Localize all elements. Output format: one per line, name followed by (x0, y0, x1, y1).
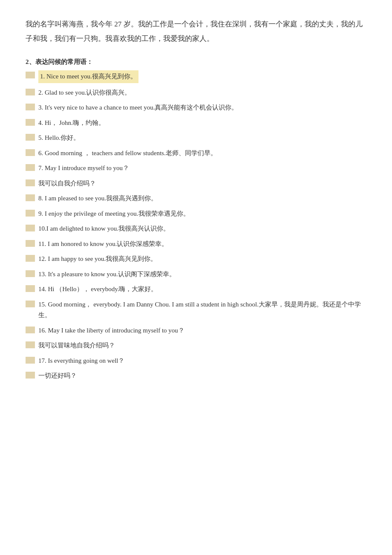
phrase-marker (26, 210, 35, 217)
phrase-marker (26, 240, 35, 247)
phrase-marker (26, 225, 35, 231)
phrase-marker (26, 89, 35, 95)
list-item: 16. May I take the liberty of introducin… (26, 325, 366, 336)
phrase-marker (26, 149, 35, 156)
phrase-text: 17. Is everything going on well？ (38, 356, 124, 367)
list-item: 8. I am pleased to see you.我很高兴遇到你。 (26, 193, 366, 204)
list-item: 14. Hi （Hello）， everybody.嗨，大家好。 (26, 284, 366, 295)
phrase-text: 14. Hi （Hello）， everybody.嗨，大家好。 (38, 284, 157, 295)
phrase-marker (26, 119, 35, 126)
phrase-text: 8. I am pleased to see you.我很高兴遇到你。 (38, 193, 157, 204)
list-item: 5. Hello.你好。 (26, 133, 366, 144)
phrase-marker (26, 270, 35, 277)
list-item: 6. Good morning ， teachers and fellow st… (26, 148, 366, 159)
phrase-text: 6. Good morning ， teachers and fellow st… (38, 148, 217, 159)
list-item: 3. It's very nice to have a chance to me… (26, 102, 366, 113)
phrase-text: 5. Hello.你好。 (38, 133, 80, 144)
list-item: 12. I am happy to see you.我很高兴见到你。 (26, 254, 366, 265)
phrase-text: 11. I am honored to know you.认识你深感荣幸。 (38, 239, 168, 250)
phrase-marker (26, 285, 35, 292)
phrase-text: 16. May I take the liberty of introducin… (38, 325, 184, 336)
phrase-text: 13. It's a pleasure to know you.认识阁下深感荣幸… (38, 269, 176, 280)
phrases-container: 1. Nice to meet you.很高兴见到你。2. Glad to se… (26, 70, 366, 382)
phrase-text: 15. Good morning， everybody. I am Danny … (38, 299, 366, 321)
phrase-marker (26, 327, 35, 333)
phrase-text: 4. Hi， John.嗨，约翰。 (38, 118, 105, 129)
list-item: 17. Is everything going on well？ (26, 356, 366, 367)
phrase-text: 1. Nice to meet you.很高兴见到你。 (38, 70, 138, 83)
section-header: 2、表达问候的常用语： (26, 56, 366, 68)
phrase-marker (26, 255, 35, 262)
list-item: 我可以冒味地自我介绍吗？ (26, 340, 366, 351)
phrase-marker (26, 372, 35, 379)
phrase-text: 10.I am delighted to know you.我很高兴认识你。 (38, 223, 170, 234)
phrase-text: 7. May I introduce myself to you？ (38, 163, 129, 174)
list-item: 一切还好吗？ (26, 370, 366, 382)
phrase-marker (26, 134, 35, 141)
list-item: 我可以自我介绍吗？ (26, 178, 366, 189)
phrase-marker (26, 179, 35, 186)
phrase-marker (26, 72, 35, 78)
phrase-text: 3. It's very nice to have a chance to me… (38, 102, 238, 113)
list-item: 10.I am delighted to know you.我很高兴认识你。 (26, 223, 366, 234)
list-item: 9. I enjoy the privilege of meeting you.… (26, 208, 366, 220)
list-item: 4. Hi， John.嗨，约翰。 (26, 118, 366, 129)
list-item: 1. Nice to meet you.很高兴见到你。 (26, 70, 366, 83)
phrase-marker (26, 104, 35, 110)
phrase-text: 12. I am happy to see you.我很高兴见到你。 (38, 254, 157, 265)
phrase-marker (26, 164, 35, 171)
list-item: 15. Good morning， everybody. I am Danny … (26, 299, 366, 321)
phrase-text: 我可以自我介绍吗？ (38, 178, 96, 189)
list-item: 7. May I introduce myself to you？ (26, 163, 366, 174)
phrase-marker (26, 194, 35, 201)
list-item: 11. I am honored to know you.认识你深感荣幸。 (26, 239, 366, 250)
phrase-text: 2. Glad to see you.认识你很高兴。 (38, 87, 131, 98)
phrase-marker (26, 357, 35, 364)
list-item: 13. It's a pleasure to know you.认识阁下深感荣幸… (26, 269, 366, 280)
phrase-text: 一切还好吗？ (38, 370, 77, 382)
phrase-marker (26, 301, 35, 307)
intro-paragraph: 我的名字叫蒋海燕，我今年 27 岁。我的工作是一个会计，我住在深圳，我有一个家庭… (26, 17, 366, 46)
phrase-marker (26, 341, 35, 348)
phrase-text: 9. I enjoy the privilege of meeting you.… (38, 208, 190, 220)
phrase-text: 我可以冒味地自我介绍吗？ (38, 340, 115, 351)
list-item: 2. Glad to see you.认识你很高兴。 (26, 87, 366, 98)
